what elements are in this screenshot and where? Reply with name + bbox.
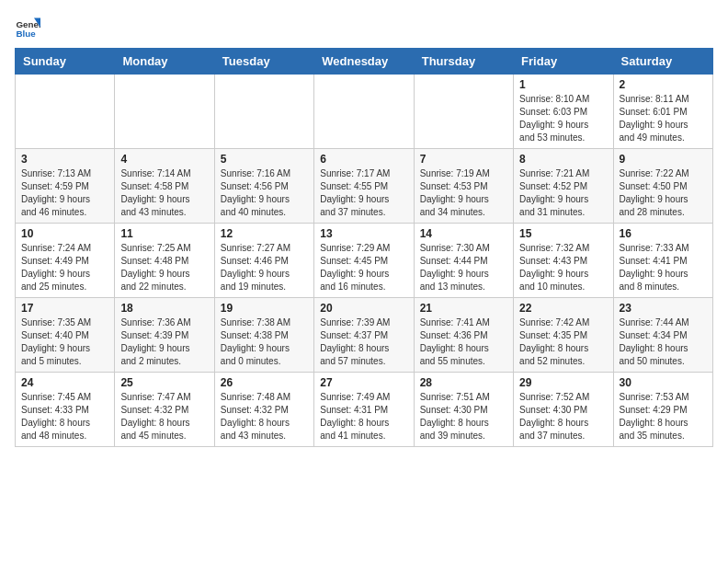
day-number: 24 — [21, 376, 108, 389]
calendar-cell: 9Sunrise: 7:22 AM Sunset: 4:50 PM Daylig… — [613, 149, 712, 224]
calendar-cell: 27Sunrise: 7:49 AM Sunset: 4:31 PM Dayli… — [314, 373, 414, 447]
day-detail: Sunrise: 7:39 AM Sunset: 4:37 PM Dayligh… — [320, 316, 407, 368]
day-detail: Sunrise: 7:17 AM Sunset: 4:55 PM Dayligh… — [320, 167, 407, 219]
calendar-cell: 11Sunrise: 7:25 AM Sunset: 4:48 PM Dayli… — [115, 224, 214, 298]
header: General Blue — [15, 15, 713, 40]
calendar-week-row: 1Sunrise: 8:10 AM Sunset: 6:03 PM Daylig… — [16, 75, 713, 149]
day-number: 1 — [519, 78, 607, 91]
calendar-week-row: 17Sunrise: 7:35 AM Sunset: 4:40 PM Dayli… — [16, 298, 713, 373]
day-number: 12 — [221, 227, 308, 240]
day-of-week-header: Wednesday — [314, 49, 414, 75]
calendar-cell: 5Sunrise: 7:16 AM Sunset: 4:56 PM Daylig… — [214, 149, 313, 224]
day-number: 28 — [420, 376, 507, 389]
calendar-cell — [214, 75, 313, 149]
day-of-week-header: Saturday — [613, 49, 712, 75]
day-number: 29 — [519, 376, 607, 389]
day-number: 6 — [320, 153, 407, 166]
day-of-week-header: Sunday — [16, 49, 115, 75]
day-number: 2 — [620, 78, 707, 91]
calendar-week-row: 24Sunrise: 7:45 AM Sunset: 4:33 PM Dayli… — [16, 373, 713, 447]
calendar-cell: 7Sunrise: 7:19 AM Sunset: 4:53 PM Daylig… — [414, 149, 513, 224]
day-detail: Sunrise: 7:45 AM Sunset: 4:33 PM Dayligh… — [21, 391, 108, 442]
calendar-cell: 24Sunrise: 7:45 AM Sunset: 4:33 PM Dayli… — [16, 373, 115, 447]
day-detail: Sunrise: 7:24 AM Sunset: 4:49 PM Dayligh… — [21, 242, 108, 293]
calendar: SundayMondayTuesdayWednesdayThursdayFrid… — [15, 48, 713, 447]
day-number: 7 — [420, 153, 507, 166]
day-number: 27 — [320, 376, 407, 389]
calendar-cell: 25Sunrise: 7:47 AM Sunset: 4:32 PM Dayli… — [115, 373, 214, 447]
day-of-week-header: Tuesday — [214, 49, 313, 75]
calendar-cell — [16, 75, 115, 149]
calendar-cell: 18Sunrise: 7:36 AM Sunset: 4:39 PM Dayli… — [115, 298, 214, 373]
day-detail: Sunrise: 7:14 AM Sunset: 4:58 PM Dayligh… — [120, 167, 208, 219]
calendar-cell — [115, 75, 214, 149]
day-number: 26 — [221, 376, 308, 389]
day-detail: Sunrise: 7:52 AM Sunset: 4:30 PM Dayligh… — [519, 391, 607, 442]
day-detail: Sunrise: 7:48 AM Sunset: 4:32 PM Dayligh… — [221, 391, 308, 442]
day-detail: Sunrise: 7:25 AM Sunset: 4:48 PM Dayligh… — [120, 242, 208, 293]
calendar-cell: 13Sunrise: 7:29 AM Sunset: 4:45 PM Dayli… — [314, 224, 414, 298]
day-detail: Sunrise: 7:33 AM Sunset: 4:41 PM Dayligh… — [620, 242, 707, 293]
day-detail: Sunrise: 7:13 AM Sunset: 4:59 PM Dayligh… — [21, 167, 108, 219]
day-detail: Sunrise: 7:27 AM Sunset: 4:46 PM Dayligh… — [221, 242, 308, 293]
day-number: 20 — [320, 302, 407, 315]
day-detail: Sunrise: 7:38 AM Sunset: 4:38 PM Dayligh… — [221, 316, 308, 368]
calendar-cell: 26Sunrise: 7:48 AM Sunset: 4:32 PM Dayli… — [214, 373, 313, 447]
day-detail: Sunrise: 8:11 AM Sunset: 6:01 PM Dayligh… — [620, 93, 707, 144]
day-detail: Sunrise: 7:36 AM Sunset: 4:39 PM Dayligh… — [120, 316, 208, 368]
day-number: 3 — [21, 153, 108, 166]
calendar-cell: 29Sunrise: 7:52 AM Sunset: 4:30 PM Dayli… — [514, 373, 613, 447]
logo-icon: General Blue — [15, 15, 40, 40]
calendar-cell: 8Sunrise: 7:21 AM Sunset: 4:52 PM Daylig… — [514, 149, 613, 224]
day-number: 23 — [620, 302, 707, 315]
calendar-cell: 6Sunrise: 7:17 AM Sunset: 4:55 PM Daylig… — [314, 149, 414, 224]
day-number: 21 — [420, 302, 507, 315]
day-detail: Sunrise: 7:42 AM Sunset: 4:35 PM Dayligh… — [519, 316, 607, 368]
day-number: 10 — [21, 227, 108, 240]
calendar-week-row: 10Sunrise: 7:24 AM Sunset: 4:49 PM Dayli… — [16, 224, 713, 298]
day-detail: Sunrise: 7:32 AM Sunset: 4:43 PM Dayligh… — [519, 242, 607, 293]
calendar-cell: 30Sunrise: 7:53 AM Sunset: 4:29 PM Dayli… — [613, 373, 712, 447]
day-number: 18 — [120, 302, 208, 315]
day-number: 22 — [519, 302, 607, 315]
calendar-cell: 14Sunrise: 7:30 AM Sunset: 4:44 PM Dayli… — [414, 224, 513, 298]
day-detail: Sunrise: 7:51 AM Sunset: 4:30 PM Dayligh… — [420, 391, 507, 442]
calendar-week-row: 3Sunrise: 7:13 AM Sunset: 4:59 PM Daylig… — [16, 149, 713, 224]
calendar-cell: 10Sunrise: 7:24 AM Sunset: 4:49 PM Dayli… — [16, 224, 115, 298]
calendar-cell: 12Sunrise: 7:27 AM Sunset: 4:46 PM Dayli… — [214, 224, 313, 298]
calendar-cell: 21Sunrise: 7:41 AM Sunset: 4:36 PM Dayli… — [414, 298, 513, 373]
day-detail: Sunrise: 7:49 AM Sunset: 4:31 PM Dayligh… — [320, 391, 407, 442]
day-detail: Sunrise: 8:10 AM Sunset: 6:03 PM Dayligh… — [519, 93, 607, 144]
calendar-cell: 4Sunrise: 7:14 AM Sunset: 4:58 PM Daylig… — [115, 149, 214, 224]
calendar-cell: 20Sunrise: 7:39 AM Sunset: 4:37 PM Dayli… — [314, 298, 414, 373]
day-number: 19 — [221, 302, 308, 315]
day-number: 4 — [120, 153, 208, 166]
calendar-cell: 22Sunrise: 7:42 AM Sunset: 4:35 PM Dayli… — [514, 298, 613, 373]
calendar-cell: 1Sunrise: 8:10 AM Sunset: 6:03 PM Daylig… — [514, 75, 613, 149]
calendar-cell: 16Sunrise: 7:33 AM Sunset: 4:41 PM Dayli… — [613, 224, 712, 298]
logo: General Blue — [15, 15, 40, 40]
calendar-cell: 17Sunrise: 7:35 AM Sunset: 4:40 PM Dayli… — [16, 298, 115, 373]
calendar-cell: 3Sunrise: 7:13 AM Sunset: 4:59 PM Daylig… — [16, 149, 115, 224]
day-detail: Sunrise: 7:16 AM Sunset: 4:56 PM Dayligh… — [221, 167, 308, 219]
day-detail: Sunrise: 7:47 AM Sunset: 4:32 PM Dayligh… — [120, 391, 208, 442]
day-of-week-header: Thursday — [414, 49, 513, 75]
day-number: 14 — [420, 227, 507, 240]
day-detail: Sunrise: 7:29 AM Sunset: 4:45 PM Dayligh… — [320, 242, 407, 293]
day-number: 13 — [320, 227, 407, 240]
calendar-cell: 15Sunrise: 7:32 AM Sunset: 4:43 PM Dayli… — [514, 224, 613, 298]
day-number: 16 — [620, 227, 707, 240]
calendar-cell — [314, 75, 414, 149]
day-detail: Sunrise: 7:19 AM Sunset: 4:53 PM Dayligh… — [420, 167, 507, 219]
day-detail: Sunrise: 7:44 AM Sunset: 4:34 PM Dayligh… — [620, 316, 707, 368]
day-detail: Sunrise: 7:22 AM Sunset: 4:50 PM Dayligh… — [620, 167, 707, 219]
calendar-header-row: SundayMondayTuesdayWednesdayThursdayFrid… — [16, 49, 713, 75]
day-of-week-header: Friday — [514, 49, 613, 75]
calendar-cell: 23Sunrise: 7:44 AM Sunset: 4:34 PM Dayli… — [613, 298, 712, 373]
day-number: 11 — [120, 227, 208, 240]
calendar-cell — [414, 75, 513, 149]
day-number: 25 — [120, 376, 208, 389]
calendar-cell: 28Sunrise: 7:51 AM Sunset: 4:30 PM Dayli… — [414, 373, 513, 447]
day-of-week-header: Monday — [115, 49, 214, 75]
calendar-cell: 19Sunrise: 7:38 AM Sunset: 4:38 PM Dayli… — [214, 298, 313, 373]
